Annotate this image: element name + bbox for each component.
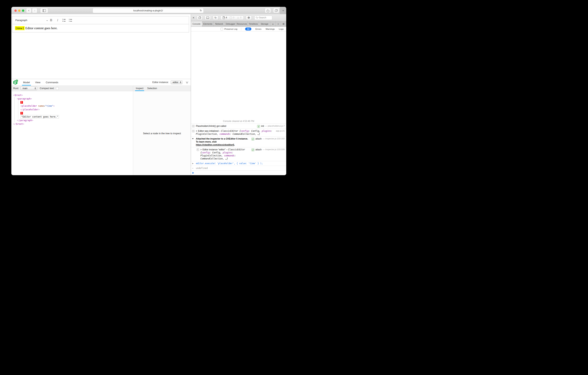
tab-timelines[interactable]: Timelines bbox=[248, 21, 259, 27]
console-message-gutter bbox=[192, 137, 196, 139]
italic-button[interactable]: I bbox=[54, 17, 61, 23]
bulleted-list-button[interactable] bbox=[67, 17, 74, 23]
disclosure-collapsed-icon[interactable] bbox=[201, 149, 202, 150]
zoom-window-button[interactable] bbox=[22, 10, 24, 12]
function-name: attach bbox=[255, 137, 262, 140]
tab-commands[interactable]: Commands bbox=[43, 79, 61, 86]
model-tree-line[interactable]: ] bbox=[13, 111, 133, 115]
console-message[interactable]: >editor.execute( 'placeholder', { value:… bbox=[191, 161, 286, 166]
tab-console[interactable]: Console bbox=[191, 21, 202, 27]
console-message[interactable]: Attached the inspector to a CKEditor 5 i… bbox=[191, 136, 286, 147]
console-message[interactable]: PlaceholderUI#init() got calledfinit— pl… bbox=[191, 124, 286, 129]
editor-instance-select[interactable]: editor bbox=[171, 80, 182, 84]
placeholder-widget[interactable]: {time} bbox=[15, 26, 25, 30]
ckeditor-logo-icon: 5 bbox=[13, 80, 18, 85]
disclosure-collapsed-icon[interactable] bbox=[196, 130, 197, 132]
add-tab-icon[interactable]: + bbox=[276, 21, 281, 27]
console-message[interactable]: <undefined bbox=[191, 166, 286, 170]
tab-view[interactable]: View bbox=[32, 79, 43, 86]
issues-summary-button[interactable]: 4 !0 ⚠0 bbox=[220, 16, 244, 20]
back-icon: ‹ bbox=[28, 9, 29, 12]
minimize-window-button[interactable] bbox=[18, 10, 21, 12]
close-inspector-button[interactable]: ✕ bbox=[192, 16, 195, 19]
model-tree-line[interactable]: </placeholder> bbox=[13, 108, 133, 111]
show-tabs-button[interactable] bbox=[273, 8, 279, 13]
pages-count: 4 bbox=[226, 16, 227, 19]
editor-instance-label: Editor instance: bbox=[152, 81, 168, 84]
tab-inspect[interactable]: Inspect bbox=[134, 86, 145, 91]
tab-model[interactable]: Model bbox=[21, 79, 32, 86]
reload-icon[interactable]: ↻ bbox=[200, 9, 202, 12]
console-message-text: undefined bbox=[196, 167, 285, 170]
editor-toolbar: Paragraph ⌄ B I 1 2 bbox=[12, 16, 189, 24]
dock-bottom-icon bbox=[206, 16, 209, 19]
numbered-list-icon: 1 2 bbox=[63, 19, 66, 22]
root-select[interactable]: main bbox=[21, 87, 37, 90]
bulleted-list-icon bbox=[69, 19, 72, 22]
reload-icon: ↻ bbox=[214, 16, 217, 19]
editor-content-area[interactable]: {time} Editor content goes here. bbox=[12, 24, 189, 33]
disclosure-expanded-icon[interactable] bbox=[192, 138, 194, 139]
console-message-location: finit— placeholderui.js:7 bbox=[257, 125, 285, 128]
model-tree-line[interactable]: "Editor content goes here." bbox=[13, 115, 133, 119]
filter-scope-logs[interactable]: Logs bbox=[279, 28, 284, 30]
source-location-link[interactable]: app.js:21 bbox=[276, 130, 285, 132]
inspector-tabs: ModelViewCommands bbox=[21, 79, 61, 86]
console-message[interactable]: Editor was initialized – ClassicEditor {… bbox=[191, 129, 286, 136]
console-message[interactable]: Editor instance "editor" – ClassicEditor… bbox=[191, 147, 286, 161]
filter-scope-errors[interactable]: Errors bbox=[256, 28, 262, 30]
select-stepper-icon bbox=[35, 88, 36, 89]
select-stepper-icon bbox=[180, 81, 181, 83]
model-tree-line[interactable]: </$root> bbox=[13, 122, 133, 126]
bold-icon: B bbox=[50, 19, 52, 22]
reload-page-button[interactable]: ↻ bbox=[213, 16, 218, 20]
forward-button[interactable]: › bbox=[32, 8, 37, 13]
url-text: localhost/creating-a-plugin2/ bbox=[133, 9, 163, 12]
model-tree-line[interactable]: </paragraph> bbox=[13, 119, 133, 122]
console-message-location: fattach— inspector.js:133:326 bbox=[251, 148, 285, 151]
bold-button[interactable]: B bbox=[48, 17, 54, 23]
dock-bottom-button[interactable] bbox=[205, 16, 211, 20]
model-tree-line[interactable]: [ bbox=[13, 101, 133, 104]
filter-scope-all[interactable]: All bbox=[245, 27, 251, 31]
model-tree-line[interactable]: <$root> bbox=[13, 93, 133, 97]
sidebar-toggle-button[interactable] bbox=[40, 8, 48, 13]
tab-network[interactable]: Network bbox=[214, 21, 225, 27]
source-location-link[interactable]: — inspector.js:133:182 bbox=[262, 137, 285, 140]
filter-scope-warnings[interactable]: Warnings bbox=[266, 28, 275, 30]
address-bar[interactable]: localhost/creating-a-plugin2/ ↻ bbox=[93, 8, 204, 13]
overflow-tabs-icon[interactable]: » bbox=[270, 21, 276, 27]
close-window-button[interactable] bbox=[14, 10, 17, 12]
numbered-list-button[interactable]: 1 2 bbox=[61, 17, 67, 23]
model-tree-line[interactable]: <placeholder name="time"> bbox=[13, 104, 133, 108]
source-location-link[interactable]: — inspector.js:133:326 bbox=[262, 148, 285, 151]
share-button[interactable] bbox=[265, 8, 271, 13]
console-prompt[interactable] bbox=[191, 170, 286, 175]
inspector-subheader: Root: main Compact text: InspectSelectio… bbox=[11, 86, 191, 91]
element-picker-button[interactable]: ⊕ bbox=[246, 16, 252, 20]
paragraph-dropdown[interactable]: Paragraph ⌄ bbox=[15, 19, 48, 22]
warnings-count: 0 bbox=[240, 16, 242, 19]
tab-storage[interactable]: Storage bbox=[259, 21, 270, 27]
source-location-link[interactable]: — placeholderui.js:7 bbox=[265, 125, 285, 127]
back-button[interactable]: ‹ bbox=[26, 8, 32, 13]
root-label: Root: bbox=[13, 87, 19, 90]
dock-side-button[interactable] bbox=[197, 16, 203, 20]
preserve-log-checkbox[interactable] bbox=[220, 28, 223, 30]
collapse-inspector-icon[interactable]: ∨ bbox=[185, 81, 189, 84]
inspect-pane: Select a node in the tree to inspect bbox=[133, 91, 191, 175]
new-tab-button[interactable]: + bbox=[280, 7, 286, 14]
tab-resources[interactable]: Resources bbox=[236, 21, 248, 27]
model-tree-line[interactable]: <paragraph> bbox=[13, 97, 133, 101]
tab-elements[interactable]: Elements bbox=[202, 21, 214, 27]
tab-debugger[interactable]: Debugger bbox=[225, 21, 236, 27]
tab-selection[interactable]: Selection bbox=[145, 86, 159, 91]
console-link[interactable]: https://ckeditor.com/docs/ckeditor5 bbox=[196, 143, 234, 146]
search-field[interactable]: ▾ Search bbox=[254, 16, 272, 20]
compact-text-checkbox[interactable] bbox=[56, 87, 59, 90]
prompt-caret-icon bbox=[192, 172, 194, 174]
search-placeholder: Search bbox=[259, 16, 266, 19]
ckeditor-inspector-panel: 5 ModelViewCommands Editor instance: edi… bbox=[11, 79, 191, 175]
inspector-header: 5 ModelViewCommands Editor instance: edi… bbox=[11, 79, 191, 86]
gear-icon[interactable]: ⚙ bbox=[281, 21, 286, 27]
